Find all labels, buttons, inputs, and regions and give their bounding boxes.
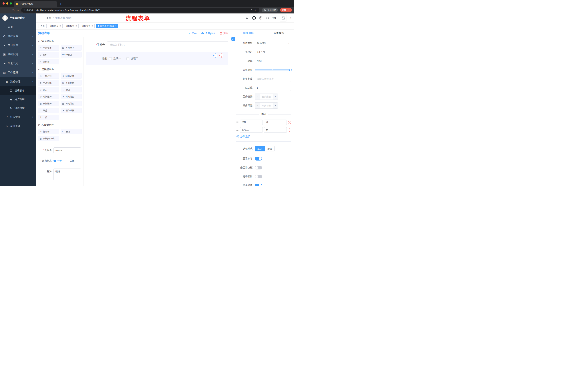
drag-handle-icon[interactable] <box>236 121 239 124</box>
tab-form-props[interactable]: 表单属性 <box>264 30 294 37</box>
form-name-input[interactable] <box>53 148 81 153</box>
phone-input[interactable] <box>107 42 228 48</box>
help-icon[interactable]: ? <box>259 16 262 20</box>
component-chip[interactable]: ▭按钮 <box>61 129 82 134</box>
sidebar-item-process-form[interactable]: ❏ 流程表单 <box>0 86 36 95</box>
slider-handle[interactable] <box>289 69 292 71</box>
selected-component-gender[interactable]: ❐ *性别 选项一 选项二 <box>86 52 228 65</box>
sidebar-item-dev-tools[interactable]: ⚒ 研发工具 ∨ <box>0 59 36 68</box>
component-chip[interactable]: ↥上传 <box>38 115 59 120</box>
sidebar-item-system[interactable]: ⚙ 系统管理 ∨ <box>0 32 36 41</box>
option-label-input[interactable] <box>240 127 263 133</box>
minimize-window-button[interactable] <box>6 2 8 5</box>
sidebar-item-leave-query[interactable]: ☺ 请假查询 <box>0 122 36 131</box>
sidebar-item-user-group[interactable]: ☻ 用户分组 <box>0 95 36 104</box>
component-chip[interactable]: ▦表格[开发中] <box>38 136 59 141</box>
sidebar-item-task-management[interactable]: ⚐ 任务管理 ∨ <box>0 112 36 122</box>
add-option-button[interactable]: + 添加选项 <box>237 135 291 138</box>
component-chip[interactable]: ▤多行文本 <box>61 45 82 51</box>
sidebar-item-payment[interactable]: ¥ 支付管理 ∨ <box>0 41 36 50</box>
component-chip[interactable]: ☑多选框组 <box>61 80 82 85</box>
sidebar-item-home[interactable]: ⌂ 首页 <box>0 22 36 32</box>
breadcrumb-home[interactable]: 首页 <box>46 16 51 20</box>
component-chip[interactable]: ◑颜色选择 <box>61 108 82 113</box>
border-switch[interactable] <box>255 166 262 170</box>
search-icon[interactable] <box>246 16 249 20</box>
increase-button[interactable]: + <box>273 103 278 108</box>
component-chip[interactable]: ⋔级联选择 <box>61 73 82 79</box>
security-chip[interactable]: ⚠ 不安全 <box>24 9 33 12</box>
component-chip[interactable]: ◔时间范围 <box>61 94 82 99</box>
max-select-placeholder[interactable]: 最多可选 <box>260 103 273 108</box>
avatar[interactable] <box>280 15 287 21</box>
checkbox-icon[interactable] <box>126 57 129 60</box>
github-icon[interactable] <box>252 16 256 20</box>
drag-handle-icon[interactable] <box>236 129 239 131</box>
checkbox-icon[interactable] <box>109 57 112 60</box>
component-chip[interactable]: ✎编辑器 <box>38 59 59 64</box>
component-chip[interactable]: ◉单选框组 <box>38 80 59 85</box>
clear-button[interactable]: 清空 <box>220 32 228 35</box>
browser-menu-icon[interactable]: ⋮ <box>288 9 290 12</box>
component-chip[interactable]: ◎下拉选择 <box>38 73 59 79</box>
decrease-button[interactable]: − <box>255 94 260 100</box>
component-chip[interactable]: 123计数器 <box>61 52 82 57</box>
chevron-down-icon[interactable]: ∨ <box>290 17 292 19</box>
grid-slider[interactable] <box>255 67 291 73</box>
remove-option-button[interactable]: − <box>288 121 291 124</box>
tab-component-props[interactable]: 组件属性 <box>233 30 264 37</box>
tag-process-form[interactable]: 流程表单 × <box>80 24 94 28</box>
new-tab-button[interactable]: + <box>60 2 62 6</box>
form-canvas[interactable]: *手机号 ❐ *性别 选项一 选项二 <box>84 37 233 186</box>
checkbox-option-2[interactable]: 选项二 <box>126 57 138 60</box>
default-value-input[interactable] <box>255 85 291 91</box>
remove-option-button[interactable]: − <box>288 128 291 132</box>
component-chip[interactable]: ◷时间选择 <box>38 94 59 99</box>
sidebar-item-process-model[interactable]: ➤ 流程模型 <box>0 104 36 112</box>
component-chip[interactable]: ▦日期选择 <box>38 101 59 106</box>
view-json-button[interactable]: 查看json <box>201 32 215 35</box>
sidebar-item-workflow[interactable]: ▤ 工作流程 ∧ <box>0 68 36 77</box>
component-type-select[interactable]: 多选框组 <box>255 40 291 46</box>
sidebar-item-infrastructure[interactable]: ▣ 基础设施 ∨ <box>0 50 36 59</box>
show-label-switch[interactable] <box>255 157 262 160</box>
option-label-input[interactable] <box>240 120 263 125</box>
update-button[interactable]: 更新 ⋮ <box>280 8 292 12</box>
field-name-input[interactable] <box>255 49 291 55</box>
required-switch[interactable] <box>255 184 262 186</box>
forward-button[interactable]: → <box>7 9 10 12</box>
component-chip[interactable]: ▩日期范围 <box>61 101 82 106</box>
canvas-field-phone[interactable]: *手机号 <box>86 42 228 48</box>
back-button[interactable]: ← <box>2 9 5 12</box>
password-key-icon[interactable] <box>250 9 252 12</box>
close-icon[interactable]: × <box>60 25 61 27</box>
component-chip[interactable]: ⊘密码 <box>38 52 59 57</box>
style-button-button[interactable]: 按钮 <box>265 146 274 151</box>
radio-status-off[interactable]: 关闭 <box>66 159 74 162</box>
tag-process-form-edit[interactable]: 流程表单-编辑 × <box>96 24 118 28</box>
style-default-button[interactable]: 默认 <box>255 146 265 151</box>
remark-textarea[interactable]: 嘿嘿 <box>53 169 81 180</box>
slider-track[interactable] <box>255 70 291 70</box>
tag-home[interactable]: 首页 <box>39 24 47 28</box>
tag-process-definition[interactable]: 流程定义 × <box>48 24 63 28</box>
radio-status-on[interactable]: 开启 <box>53 159 62 162</box>
component-chip[interactable]: ☆评分 <box>38 108 59 113</box>
close-icon[interactable]: × <box>54 2 55 5</box>
close-icon[interactable]: × <box>115 25 116 27</box>
label-width-input[interactable] <box>255 76 291 82</box>
address-bar[interactable]: ⚠ 不安全 dashboard.yudao.iocoder.cn/bpm/man… <box>21 8 259 12</box>
title-input[interactable] <box>255 58 291 64</box>
component-chip[interactable]: ↔滑块 <box>61 87 82 93</box>
tag-process-model[interactable]: 流程模型 × <box>64 24 79 28</box>
component-chip[interactable]: ⊙开关 <box>38 87 59 93</box>
font-size-icon[interactable]: T⇅ <box>272 16 276 20</box>
link-badge[interactable] <box>231 37 235 41</box>
min-select-placeholder[interactable]: 至少应选 <box>260 94 273 100</box>
close-icon[interactable]: × <box>75 25 77 27</box>
browser-tab[interactable]: 芋道管理系统 × <box>14 1 57 7</box>
disabled-switch[interactable] <box>255 175 262 178</box>
decrease-button[interactable]: − <box>255 103 260 108</box>
increase-button[interactable]: + <box>273 94 278 100</box>
home-button[interactable]: ⌂ <box>17 9 19 12</box>
